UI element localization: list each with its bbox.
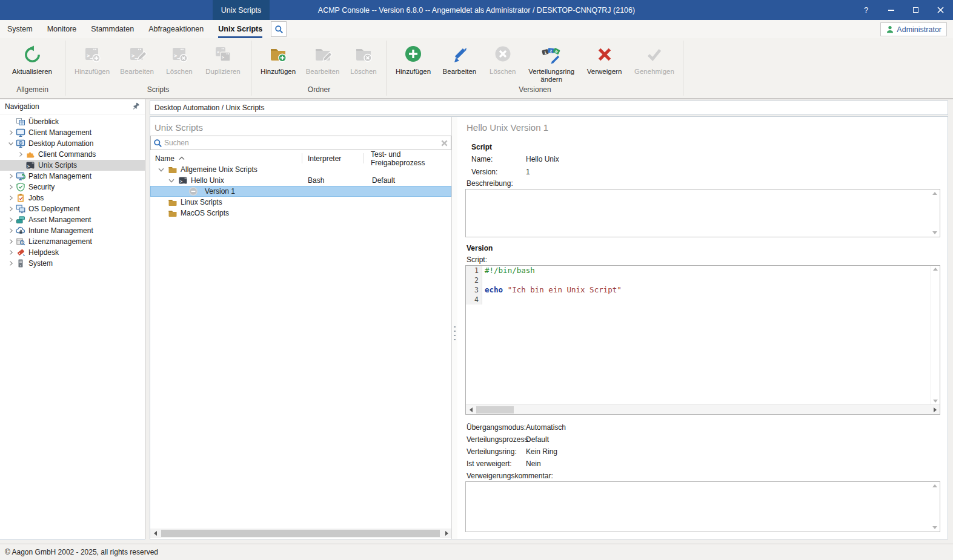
table-row-macos-scripts[interactable]: MacOS Scripts <box>150 208 451 219</box>
aktualisieren-button[interactable]: Aktualisieren <box>5 41 59 76</box>
scroll-down-arrow[interactable] <box>933 400 938 403</box>
code-line: 4 <box>466 295 931 305</box>
folder-icon <box>168 197 178 208</box>
scroll-up-arrow[interactable] <box>932 484 937 487</box>
nav-item-unix-scripts[interactable]: >_ Unix Scripts <box>0 160 145 171</box>
menu-item-monitore[interactable]: Monitore <box>40 20 84 38</box>
menu-item-unix-scripts[interactable]: Unix Scripts <box>211 20 270 38</box>
ordner-bearbeiten-button[interactable]: Bearbeiten <box>301 41 345 76</box>
textbox-vertical-scrollbar[interactable] <box>931 190 939 236</box>
nav-item-client-commands[interactable]: Client Commands <box>0 149 145 160</box>
chevron-right-icon[interactable] <box>6 237 16 246</box>
nav-item-system[interactable]: System <box>0 258 145 269</box>
help-button[interactable]: ? <box>854 0 878 20</box>
scroll-right-arrow[interactable] <box>442 529 451 538</box>
table-row-version-1[interactable]: Version 1 <box>150 186 451 197</box>
column-header-name[interactable]: Name <box>155 153 185 164</box>
nav-item-jobs[interactable]: Jobs <box>0 193 145 203</box>
scroll-right-arrow[interactable] <box>930 405 940 415</box>
menu-item-system[interactable]: System <box>0 20 40 38</box>
verweigern-button[interactable]: Verweigern <box>582 41 627 76</box>
chevron-down-icon[interactable] <box>157 164 165 175</box>
chevron-right-icon[interactable] <box>6 204 16 214</box>
nav-item-desktop-automation[interactable]: Desktop Automation <box>0 138 145 149</box>
chevron-down-icon[interactable] <box>6 139 16 148</box>
button-label: Löschen <box>166 68 192 76</box>
user-badge-label: Administrator <box>897 25 941 34</box>
button-label: Aktualisieren <box>12 68 52 76</box>
search-input[interactable] <box>164 139 440 147</box>
editor-vertical-scrollbar[interactable] <box>931 266 940 404</box>
textbox-vertical-scrollbar[interactable] <box>931 483 939 531</box>
rejection-comment-field[interactable] <box>465 481 940 532</box>
scroll-down-arrow[interactable] <box>932 231 937 234</box>
close-icon <box>937 7 944 13</box>
version-hinzufuegen-button[interactable]: Hinzufügen <box>392 41 434 76</box>
pin-button[interactable] <box>131 102 140 111</box>
scroll-up-arrow[interactable] <box>933 268 938 271</box>
user-badge[interactable]: Administrator <box>880 22 947 36</box>
breadcrumb-bar: Desktop Automation / Unix Scripts <box>150 100 948 115</box>
chevron-right-icon[interactable] <box>6 193 16 203</box>
version-loeschen-button[interactable]: Löschen <box>485 41 521 76</box>
scrollbar-thumb[interactable] <box>161 530 440 537</box>
chevron-down-icon[interactable] <box>167 175 176 186</box>
nav-item-lizenzmanagement[interactable]: Lizenzmanagement <box>0 236 145 247</box>
chevron-right-icon[interactable] <box>6 259 16 268</box>
row-name: Hello Unix <box>191 175 224 186</box>
chevron-right-icon[interactable] <box>6 226 16 236</box>
scroll-left-arrow[interactable] <box>150 529 160 538</box>
chevron-right-icon[interactable] <box>6 215 16 225</box>
nav-item-security[interactable]: Security <box>0 182 145 193</box>
table-row-linux-scripts[interactable]: Linux Scripts <box>150 197 451 208</box>
version-bearbeiten-button[interactable]: Bearbeiten <box>438 41 480 76</box>
nav-item-asset-management[interactable]: Asset Management <box>0 214 145 225</box>
script-code-editor[interactable]: 1 #!/bin/bash 2 3 echo "Ich bin ein Unix… <box>465 265 940 415</box>
nav-item-os-deployment[interactable]: OS Deployment <box>0 203 145 214</box>
script-hinzufuegen-button[interactable]: >_ Hinzufügen <box>70 41 114 76</box>
genehmigen-button[interactable]: Genehmigen <box>631 41 678 76</box>
svg-text:>_: >_ <box>27 164 33 169</box>
nav-item-helpdesk[interactable]: Helpdesk <box>0 247 145 258</box>
menu-search-button[interactable] <box>271 21 287 37</box>
description-field[interactable] <box>465 189 940 237</box>
chevron-right-icon[interactable] <box>6 128 16 137</box>
nav-item-patch-management[interactable]: Patch Management <box>0 171 145 182</box>
scroll-left-arrow[interactable] <box>466 405 476 415</box>
ordner-loeschen-button[interactable]: Löschen <box>345 41 382 76</box>
scroll-down-arrow[interactable] <box>932 526 937 529</box>
table-row-hello-unix[interactable]: >_ Hello Unix Bash Default <box>150 175 451 186</box>
editor-horizontal-scrollbar[interactable] <box>466 404 940 414</box>
table-row-allgemeine-unix-scripts[interactable]: Allgemeine Unix Scripts <box>150 164 451 175</box>
chevron-right-icon[interactable] <box>6 171 16 181</box>
menu-item-stammdaten[interactable]: Stammdaten <box>84 20 141 38</box>
button-label: Genehmigen <box>634 68 674 76</box>
close-button[interactable] <box>928 0 953 20</box>
nav-item-intune-management[interactable]: Intune Management <box>0 225 145 236</box>
chevron-right-icon[interactable] <box>16 150 25 159</box>
nav-item-client-management[interactable]: Client Management <box>0 127 145 138</box>
script-duplizieren-button[interactable]: > > Duplizieren <box>200 41 246 76</box>
script-loeschen-button[interactable]: >_ Löschen <box>160 41 199 76</box>
name-value: Hello Unix <box>526 155 559 163</box>
chevron-right-icon[interactable] <box>6 182 16 192</box>
clear-search-icon[interactable] <box>440 139 448 147</box>
column-header-interpreter[interactable]: Interpreter <box>308 153 341 164</box>
verteilungsring-aendern-button[interactable]: 1 2 R Verteilungsring ändern <box>525 41 578 84</box>
chevron-placeholder <box>6 117 16 127</box>
chevron-right-icon[interactable] <box>6 248 16 257</box>
script-icon: >_ <box>178 175 188 186</box>
titlebar-tab-unix-scripts[interactable]: Unix Scripts <box>213 0 270 20</box>
list-horizontal-scrollbar[interactable] <box>150 529 451 538</box>
script-bearbeiten-button[interactable]: >_ Bearbeiten <box>115 41 159 76</box>
maximize-button[interactable] <box>903 0 928 20</box>
column-header-freigabeprozess[interactable]: Test- und Freigabeprozess <box>371 153 451 164</box>
minimize-button[interactable] <box>878 0 903 20</box>
scrollbar-thumb[interactable] <box>476 406 514 413</box>
titlebar: ACMP Console -- Version 6.8.0 -- Angemel… <box>0 0 953 20</box>
panel-splitter[interactable] <box>452 117 457 539</box>
menu-item-abfrageaktionen[interactable]: Abfrageaktionen <box>141 20 211 38</box>
nav-item-ueberblick[interactable]: Überblick <box>0 116 145 127</box>
ordner-hinzufuegen-button[interactable]: Hinzufügen <box>256 41 300 76</box>
scroll-up-arrow[interactable] <box>932 192 937 195</box>
